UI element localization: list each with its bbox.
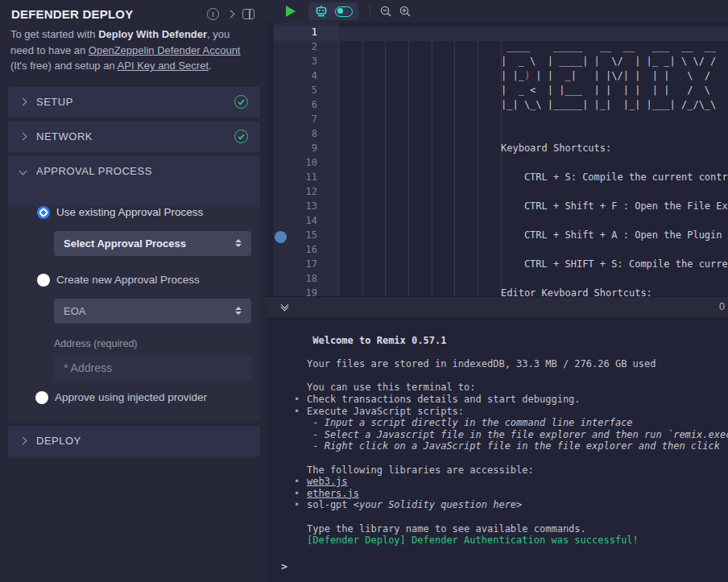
- api-key-secret-link[interactable]: API Key and Secret: [118, 60, 209, 72]
- editor-code[interactable]: ____ _____ __ __ ___ __ __| _ \ | ____| …: [338, 27, 728, 296]
- breakpoint-dot[interactable]: [275, 231, 287, 243]
- gutter-line-number[interactable]: 4: [274, 70, 338, 85]
- chevron-right-icon: [19, 133, 27, 141]
- transaction-count: 0: [719, 301, 725, 312]
- section-header-approval-process[interactable]: APPROVAL PROCESS: [8, 156, 260, 187]
- editor-gutter: 12345678910111213141516171819: [274, 27, 338, 296]
- copilot-group: [308, 2, 358, 20]
- gutter-line-number[interactable]: 15: [274, 229, 338, 244]
- radio-approve-injected-provider[interactable]: Approve using injected provider: [35, 391, 260, 404]
- code-editor[interactable]: 12345678910111213141516171819 ____ _____…: [266, 23, 728, 296]
- radio-unselected-icon[interactable]: [35, 391, 48, 404]
- section-header-network[interactable]: NETWORK: [8, 122, 260, 152]
- editor-line: | _ \ | ____| | \/ | |_ _| \ \/ /: [338, 56, 728, 70]
- editor-line: [338, 27, 728, 41]
- openzeppelin-account-link[interactable]: OpenZeppelin Defender Account: [89, 44, 241, 56]
- bullet-icon: •: [294, 394, 300, 405]
- terminal-line: You can use this terminal to:: [266, 382, 728, 394]
- terminal-prompt[interactable]: >: [281, 560, 287, 572]
- terminal-line: [266, 370, 728, 382]
- editor-line: CTRL + S: Compile the current contract: [338, 171, 728, 186]
- terminal-output: Welcome to Remix 0.57.1 Your files are s…: [266, 335, 728, 547]
- editor-line: CTRL + SHIFT + S: Compile the current co…: [338, 258, 728, 273]
- section-header-setup[interactable]: SETUP: [8, 87, 260, 118]
- section-header-deploy[interactable]: DEPLOY: [8, 426, 260, 456]
- terminal[interactable]: Welcome to Remix 0.57.1 Your files are s…: [266, 320, 728, 582]
- check-circle-icon: [234, 95, 248, 109]
- editor-line: ____ _____ __ __ ___ __ __: [338, 41, 728, 56]
- editor-line: Keyboard Shortcuts:: [338, 142, 728, 157]
- issues-icon[interactable]: !: [207, 8, 219, 20]
- gutter-line-number[interactable]: 5: [274, 85, 338, 99]
- gutter-line-number[interactable]: 14: [274, 215, 338, 229]
- terminal-line: The following libraries are accessible:: [266, 464, 728, 477]
- editor-line: CTRL + Shift + F : Open the File Explore…: [338, 200, 728, 215]
- collapse-panel-icon[interactable]: [228, 11, 234, 17]
- terminal-line: •web3.js: [266, 476, 728, 488]
- copilot-toggle[interactable]: [335, 6, 353, 17]
- layout-columns-icon[interactable]: [242, 9, 254, 19]
- terminal-line: •Check transactions details and start de…: [266, 394, 728, 406]
- approval-process-body: Use existing Approval Process Select App…: [8, 206, 260, 422]
- editor-line: [338, 128, 728, 142]
- terminal-bar: 0: [266, 296, 728, 319]
- address-input[interactable]: [54, 355, 251, 382]
- gutter-line-number[interactable]: 18: [274, 273, 338, 287]
- editor-line: | _ < | |___ | | | | | | / \: [338, 85, 728, 99]
- gutter-line-number[interactable]: 1: [274, 27, 338, 41]
- panel-header: DEFENDER DEPLOY !: [0, 0, 266, 21]
- terminal-line: - Select a Javascript file in the file e…: [266, 429, 728, 441]
- gutter-line-number[interactable]: 16: [274, 244, 338, 258]
- bullet-icon: •: [294, 499, 300, 510]
- gutter-line-number[interactable]: 13: [274, 200, 338, 215]
- terminal-line: - Input a script directly in the command…: [266, 417, 728, 429]
- gutter-line-number[interactable]: 3: [274, 56, 338, 70]
- editor-terminal-column: 12345678910111213141516171819 ____ _____…: [266, 0, 728, 582]
- terminal-line: [Defender Deploy] Defender Authenticatio…: [266, 535, 728, 547]
- chevron-right-icon: [19, 98, 27, 106]
- zoom-in-icon[interactable]: [399, 6, 412, 18]
- editor-line: CTRL + Shift + A : Open the Plugin Manag…: [338, 229, 728, 244]
- editor-line: [338, 215, 728, 229]
- gutter-line-number[interactable]: 19: [274, 287, 338, 296]
- terminal-line: [266, 511, 728, 523]
- gutter-line-number[interactable]: 9: [274, 142, 338, 157]
- terminal-line: •ethers.js: [266, 488, 728, 500]
- terminal-line: [266, 452, 728, 464]
- gutter-line-number[interactable]: 12: [274, 186, 338, 200]
- select-approval-type[interactable]: EOA: [54, 299, 251, 324]
- terminal-line: [266, 347, 728, 359]
- editor-line: Editor Keyboard Shortcuts:: [338, 287, 728, 296]
- defender-deploy-panel: DEFENDER DEPLOY ! To get started with De…: [0, 0, 266, 582]
- select-approval-process[interactable]: Select Approval Process: [54, 231, 251, 256]
- gutter-line-number[interactable]: 11: [274, 171, 338, 186]
- gutter-line-number[interactable]: 17: [274, 258, 338, 273]
- address-label: Address (required): [54, 338, 260, 349]
- editor-line: [338, 273, 728, 287]
- editor-line: | |_) | | _| | |\/| | | | \ /: [338, 70, 728, 85]
- toolbar-divider: [370, 5, 370, 18]
- gutter-line-number[interactable]: 2: [274, 41, 338, 56]
- gutter-line-number[interactable]: 6: [274, 99, 338, 114]
- gutter-line-number[interactable]: 8: [274, 128, 338, 142]
- chevron-right-icon: [19, 437, 27, 445]
- terminal-library-link[interactable]: ethers.js: [307, 488, 359, 499]
- bullet-icon: •: [294, 476, 300, 487]
- zoom-out-icon[interactable]: [380, 6, 392, 18]
- gutter-line-number[interactable]: 7: [274, 114, 338, 128]
- radio-unselected-icon[interactable]: [37, 274, 50, 287]
- editor-line: [338, 157, 728, 171]
- terminal-library-link[interactable]: web3.js: [307, 476, 348, 487]
- intro-text: To get started with Deploy With Defender…: [0, 21, 266, 74]
- terminal-line: Your files are stored in indexedDB, 33.3…: [266, 358, 728, 370]
- gutter-line-number[interactable]: 10: [274, 157, 338, 171]
- radio-selected-icon[interactable]: [37, 206, 50, 219]
- chevron-down-icon: [19, 167, 27, 175]
- terminal-line: Type the library name to see available c…: [266, 523, 728, 535]
- ai-copilot-robot-icon[interactable]: [314, 5, 329, 18]
- radio-use-existing-approval[interactable]: Use existing Approval Process: [37, 206, 260, 219]
- check-circle-icon: [234, 130, 248, 143]
- radio-create-new-approval[interactable]: Create new Approval Process: [37, 274, 260, 287]
- terminal-collapse-icon[interactable]: [282, 302, 287, 310]
- run-script-icon[interactable]: [286, 6, 296, 17]
